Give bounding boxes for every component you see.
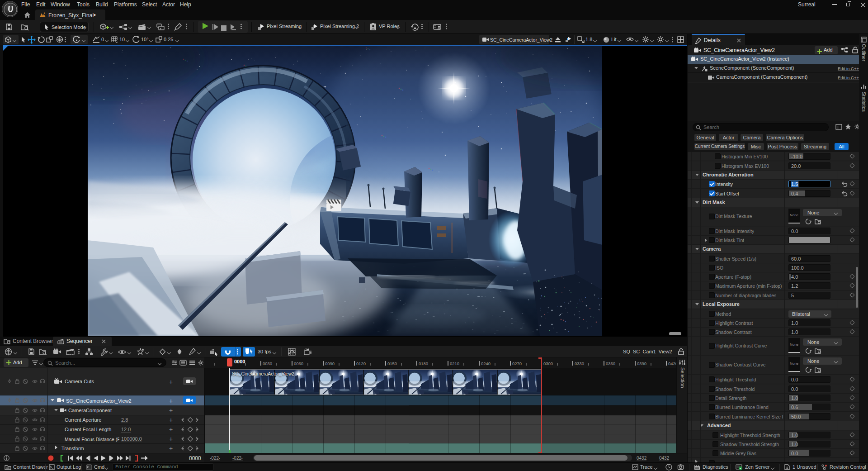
svg-text:0150: 0150 — [387, 361, 397, 366]
svg-text:0300: 0300 — [543, 361, 553, 366]
svg-text:0120: 0120 — [356, 361, 366, 366]
svg-text:0240: 0240 — [481, 361, 491, 366]
svg-text:0060: 0060 — [294, 361, 303, 366]
svg-text:0330: 0330 — [575, 361, 584, 366]
svg-text:0030: 0030 — [263, 361, 272, 366]
svg-text:0180: 0180 — [419, 361, 428, 366]
svg-text:0390: 0390 — [637, 361, 646, 366]
svg-text:0210: 0210 — [450, 361, 459, 366]
svg-text:0270: 0270 — [512, 361, 522, 366]
svg-text:0090: 0090 — [325, 361, 335, 366]
svg-text:0360: 0360 — [606, 361, 615, 366]
